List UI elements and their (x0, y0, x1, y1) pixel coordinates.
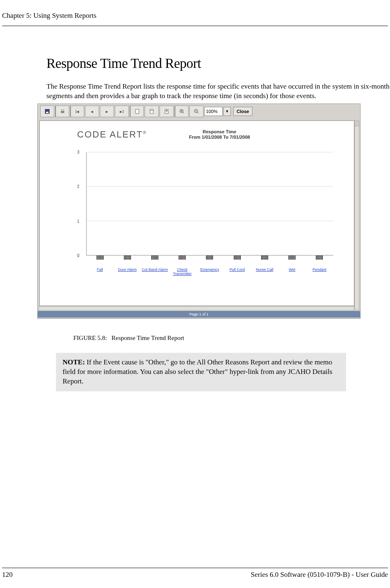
chart-category-link[interactable]: Nurse Call (251, 268, 278, 276)
section-title: Response Time Trend Report (46, 56, 201, 71)
chart-category-link[interactable]: Wet (279, 268, 306, 276)
y-tick: 1 (77, 219, 80, 223)
chart-x-labels: Fall Door Alarm Cut Band Alarm Check Tra… (86, 268, 333, 276)
svg-rect-1 (46, 112, 48, 113)
svg-rect-4 (136, 109, 139, 113)
header-divider (2, 26, 388, 26)
zoom-level-input[interactable]: 100% (204, 107, 223, 116)
footer-doc-title: Series 6.0 Software (0510-1079-B) - User… (251, 571, 388, 579)
chart-category-link[interactable]: Pendant (306, 268, 333, 276)
figure-caption: FIGURE 5.8: Response Time Trend Report (73, 335, 184, 342)
svg-rect-3 (61, 110, 64, 111)
response-time-chart: 3 2 1 0 Fall (77, 152, 333, 272)
zoom-in-button[interactable] (174, 106, 189, 117)
chart-category-link[interactable]: Door Alarm (114, 268, 141, 276)
new-page-icon[interactable] (130, 106, 144, 117)
report-title-block: Response Time From 1/01/2008 To 7/01/200… (189, 129, 250, 140)
page-number: 120 (2, 571, 13, 579)
svg-rect-2 (61, 111, 64, 113)
chart-category-link[interactable]: Pull Cord (223, 268, 251, 276)
report-viewer-screenshot: I◂ ◂ ▸ ▸I 100% ▼ Close CODE ALERT® Respo… (37, 104, 361, 319)
report-viewport: CODE ALERT® Response Time From 1/01/2008… (39, 120, 354, 306)
horizontal-scrollbar[interactable] (39, 306, 354, 311)
y-tick: 2 (77, 184, 80, 189)
figure-number: FIGURE 5.8: (73, 335, 107, 341)
chapter-header: Chapter 5: Using System Reports (2, 12, 97, 20)
chart-plot-area (86, 152, 333, 255)
close-button[interactable]: Close (233, 107, 252, 116)
fit-width-icon[interactable] (145, 106, 159, 117)
y-tick: 3 (77, 150, 80, 154)
note-box: NOTE: If the Event cause is "Other," go … (56, 353, 346, 391)
figure-text: Response Time Trend Report (111, 335, 184, 341)
page-indicator: Page 1 of 1 (38, 311, 360, 318)
chart-category-link[interactable]: Check Transmitter (169, 268, 196, 276)
note-text: If the Event cause is "Other," go to the… (63, 358, 332, 385)
footer-divider (2, 568, 388, 568)
zoom-dropdown-icon[interactable]: ▼ (223, 107, 231, 116)
chart-y-axis: 3 2 1 0 (77, 152, 85, 255)
save-button[interactable] (40, 106, 54, 117)
chart-x-ticks (86, 255, 333, 260)
svg-line-14 (197, 112, 199, 113)
report-page: CODE ALERT® Response Time From 1/01/2008… (77, 129, 333, 297)
y-tick: 0 (77, 253, 80, 258)
prev-page-button[interactable]: ◂ (85, 106, 99, 117)
print-button[interactable] (55, 106, 69, 117)
next-page-button[interactable]: ▸ (100, 106, 114, 117)
last-page-button[interactable]: ▸I (115, 106, 129, 117)
svg-rect-8 (166, 110, 167, 111)
section-body-text: The Response Time Trend Report lists the… (46, 82, 390, 101)
chart-category-link[interactable]: Emergency (196, 268, 223, 276)
vertical-scrollbar[interactable] (354, 120, 359, 310)
note-label: NOTE: (63, 358, 85, 366)
chart-category-link[interactable]: Cut Band Alarm (141, 268, 168, 276)
svg-rect-5 (150, 109, 153, 113)
first-page-button[interactable]: I◂ (70, 106, 84, 117)
svg-line-10 (183, 112, 184, 113)
fit-page-icon[interactable] (160, 106, 174, 117)
report-date-range: From 1/01/2008 To 7/01/2008 (189, 135, 250, 140)
zoom-out-button[interactable] (189, 106, 203, 117)
chart-category-link[interactable]: Fall (86, 268, 114, 276)
viewer-toolbar: I◂ ◂ ▸ ▸I 100% ▼ Close (38, 104, 360, 119)
report-title: Response Time (189, 129, 250, 135)
